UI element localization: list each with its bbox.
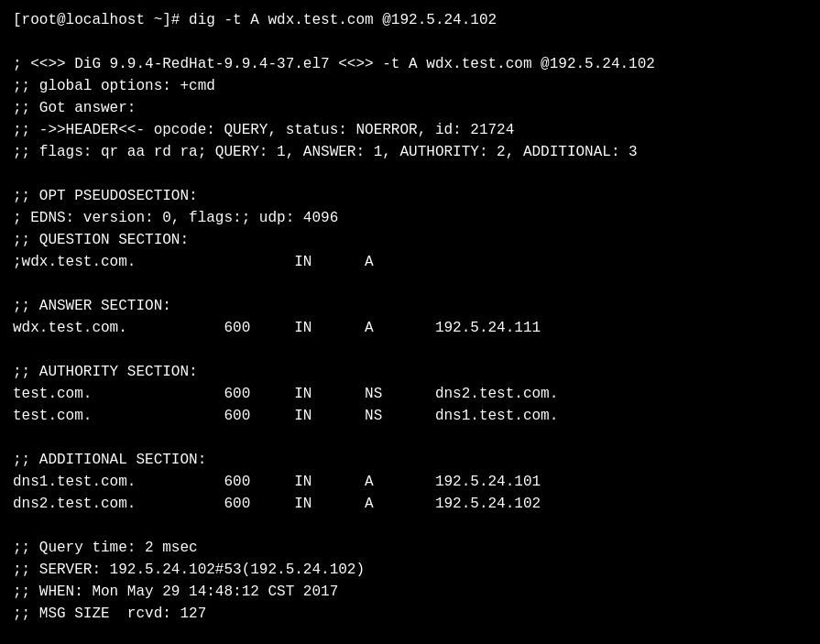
- terminal-line: dns1.test.com. 600 IN A 192.5.24.101: [13, 471, 807, 493]
- terminal-line: ;; global options: +cmd: [13, 75, 807, 97]
- terminal-line: ;; MSG SIZE rcvd: 127: [13, 603, 807, 625]
- terminal-line: ;; AUTHORITY SECTION:: [13, 361, 807, 383]
- terminal-line: ;; ->>HEADER<<- opcode: QUERY, status: N…: [13, 119, 807, 141]
- terminal-line: ;wdx.test.com. IN A: [13, 251, 807, 273]
- terminal-line: ;; QUESTION SECTION:: [13, 229, 807, 251]
- terminal-window: [root@localhost ~]# dig -t A wdx.test.co…: [0, 0, 820, 644]
- terminal-line: ;; WHEN: Mon May 29 14:48:12 CST 2017: [13, 581, 807, 603]
- terminal-line: ;; Got answer:: [13, 97, 807, 119]
- terminal-line: test.com. 600 IN NS dns2.test.com.: [13, 383, 807, 405]
- terminal-line: ;; flags: qr aa rd ra; QUERY: 1, ANSWER:…: [13, 141, 807, 163]
- terminal-line: ;; ADDITIONAL SECTION:: [13, 449, 807, 471]
- terminal-output: [root@localhost ~]# dig -t A wdx.test.co…: [13, 9, 807, 625]
- terminal-line: ; <<>> DiG 9.9.4-RedHat-9.9.4-37.el7 <<>…: [13, 53, 807, 75]
- terminal-line: ;; Query time: 2 msec: [13, 537, 807, 559]
- terminal-line: wdx.test.com. 600 IN A 192.5.24.111: [13, 317, 807, 339]
- terminal-line: dns2.test.com. 600 IN A 192.5.24.102: [13, 493, 807, 515]
- terminal-line: ; EDNS: version: 0, flags:; udp: 4096: [13, 207, 807, 229]
- terminal-line: ;; SERVER: 192.5.24.102#53(192.5.24.102): [13, 559, 807, 581]
- terminal-line: ;; ANSWER SECTION:: [13, 295, 807, 317]
- terminal-line: test.com. 600 IN NS dns1.test.com.: [13, 405, 807, 427]
- terminal-line: ;; OPT PSEUDOSECTION:: [13, 185, 807, 207]
- terminal-line: [root@localhost ~]# dig -t A wdx.test.co…: [13, 9, 807, 31]
